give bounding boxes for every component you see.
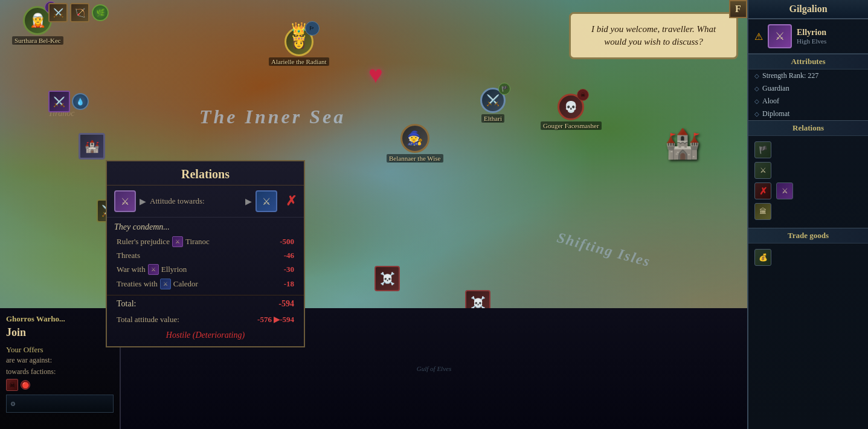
relation-item-4[interactable]: 🏛 (754, 201, 862, 222)
total-value: -594 (278, 299, 294, 309)
character-gouger[interactable]: 💀 ☠ Gouger Facesmasher (541, 94, 602, 130)
bottom-left-panel: Ghorros Warho... Join Your Offers are wa… (0, 308, 121, 429)
character-belannaer[interactable]: 🧙 Belannaer the Wise (387, 124, 443, 163)
arrow-right-2: ▶ (245, 196, 252, 207)
total-row: Total: -594 (107, 295, 304, 312)
army-units-top: ⚔️ 🏹 🌿 (48, 3, 109, 22)
faction-badge-right: ⚔ (768, 24, 792, 48)
rel-badge-1: 🏴 (754, 141, 771, 158)
relations-list: 🏴 ⚔ ✗ ⚔ 🏛 (748, 136, 868, 225)
strength-label: Strength Rank: 227 (762, 71, 818, 80)
total-attitude-row: Total attitude value: -576 ▶-594 (107, 312, 304, 327)
attitude-label: Attitude towards: (150, 196, 242, 206)
faction-type: High Elves (797, 37, 826, 45)
war-label: War with ⚔ Ellyrion (117, 264, 187, 275)
diamond-icon-1: ◇ (754, 73, 759, 79)
character-name-gouger: Gouger Facesmasher (541, 121, 602, 130)
relation-row-threats: Threats -46 (107, 249, 304, 262)
hostile-status: Hostile (Deteriorating) (107, 327, 304, 346)
hero-name-label: Gilgalion (789, 4, 827, 14)
dialogue-box: I bid you welcome, traveller. What would… (569, 12, 738, 59)
character-alarielle[interactable]: 👸 👑 🏳 Alarielle the Radiant (269, 27, 329, 66)
attributes-section-header: Attributes (748, 54, 868, 69)
relation-row-war: War with ⚔ Ellyrion -30 (107, 262, 304, 277)
army-marker-1[interactable]: 🏰 (79, 133, 105, 160)
trade-item-1[interactable]: 💰 (754, 247, 862, 268)
your-offers-title: Your Offers (6, 345, 114, 355)
character-name-belannaer: Belannaer the Wise (387, 154, 443, 163)
treaties-value: -18 (284, 279, 294, 289)
total-label: Total: (117, 299, 136, 309)
attr-guardian: ◇ Guardian (748, 82, 868, 95)
attr-diplomat: ◇ Diplomat (748, 108, 868, 120)
relations-popup-title: Relations (107, 161, 304, 185)
trade-goods-section-header: Trade goods (748, 228, 868, 244)
f-button-label: F (735, 4, 741, 15)
attr-aloof: ◇ Aloof (748, 95, 868, 108)
arrow-right: ▶ (140, 196, 146, 207)
x-mark: ✗ (286, 193, 297, 209)
trade-goods-list: 💰 (748, 244, 868, 271)
total-attitude-values: -576 ▶-594 (257, 315, 294, 324)
army-units-mid: ⚔️ 💧 (48, 91, 89, 112)
castle-icon: 🏰 (664, 127, 701, 161)
diplomacy-bottom-bar[interactable]: ⚙ (6, 395, 114, 413)
war-against-text: are war against: (6, 356, 114, 365)
diamond-icon-4: ◇ (754, 111, 759, 117)
character-name-surthara: Surthara Bel-Kec (12, 36, 63, 45)
total-attitude-label: Total attitude value: (117, 315, 179, 324)
rel-badge-4: 🏛 (754, 203, 771, 220)
attr-strength: ◇ Strength Rank: 227 (748, 69, 868, 82)
war-faction-badge[interactable]: ☠ (6, 379, 18, 391)
faction-text: Ellyrion High Elves (797, 28, 826, 45)
faction-name: Ellyrion (797, 28, 826, 37)
rel-badge-purple: ⚔ (776, 182, 793, 199)
prejudice-value: -500 (280, 237, 294, 247)
leader-name-label: Ghorros Warho... (6, 314, 114, 324)
factions-towards-label: towards factions: (6, 367, 114, 376)
rel-badge-cross: ✗ (754, 182, 771, 199)
threats-label: Threats (117, 251, 140, 260)
character-name-alarielle: Alarielle the Radiant (269, 57, 329, 66)
character-name-elthari: Elthari (481, 114, 504, 123)
warning-icon: ⚠ (754, 31, 763, 42)
aloof-label: Aloof (762, 97, 779, 106)
relations-popup: Relations ⚔ ▶ Attitude towards: ▶ ⚔ ✗ Th… (106, 160, 305, 347)
right-panel-header: Gilgalion (748, 0, 868, 19)
faction-info-row[interactable]: ⚠ ⚔ Ellyrion High Elves (748, 19, 868, 54)
dialogue-text: I bid you welcome, traveller. What would… (591, 24, 716, 47)
cross-icon: ✗ (759, 185, 767, 197)
heart-icon: ♥ (368, 60, 383, 89)
tiranoc-badge: ⚔ (172, 236, 183, 247)
diplomat-label: Diplomat (762, 109, 789, 118)
treaties-label: Treaties with ⚔ Caledor (117, 279, 198, 289)
relation-item-1[interactable]: 🏴 (754, 140, 862, 160)
prejudice-label: Ruler's prejudice ⚔ Tiranoc (117, 236, 210, 247)
to-faction-badge: ⚔ (256, 190, 277, 212)
condemn-header: They condemn... (107, 218, 304, 234)
skull-marker-1[interactable]: ☠️ (375, 266, 400, 291)
diamond-icon-2: ◇ (754, 85, 759, 92)
relation-row-prejudice: Ruler's prejudice ⚔ Tiranoc -500 (107, 234, 304, 249)
diamond-icon-3: ◇ (754, 98, 759, 105)
relations-section-header: Relations (748, 120, 868, 136)
rel-badge-2: ⚔ (754, 162, 771, 179)
threats-value: -46 (284, 251, 294, 260)
attitude-row: ⚔ ▶ Attitude towards: ▶ ⚔ ✗ (107, 185, 304, 218)
relation-item-3[interactable]: ✗ ⚔ (754, 181, 862, 201)
caledor-badge: ⚔ (160, 279, 171, 289)
trade-badge-1: 💰 (754, 249, 771, 266)
relation-row-treaties: Treaties with ⚔ Caledor -18 (107, 277, 304, 291)
war-indicator: 🔴 (21, 380, 30, 390)
gulf-label: Gulf of Elves (417, 365, 451, 372)
relation-item-2[interactable]: ⚔ (754, 160, 862, 181)
war-value: -30 (284, 265, 294, 274)
right-panel: Gilgalion ⚠ ⚔ Ellyrion High Elves Attrib… (747, 0, 868, 429)
f-shortcut-button[interactable]: F (729, 0, 747, 18)
join-label: Join (6, 326, 114, 339)
from-faction-badge: ⚔ (114, 190, 136, 212)
guardian-label: Guardian (762, 84, 789, 93)
ellyrion-badge: ⚔ (148, 264, 159, 275)
character-elthari[interactable]: ⚔️ 🏴 Elthari (480, 88, 506, 123)
